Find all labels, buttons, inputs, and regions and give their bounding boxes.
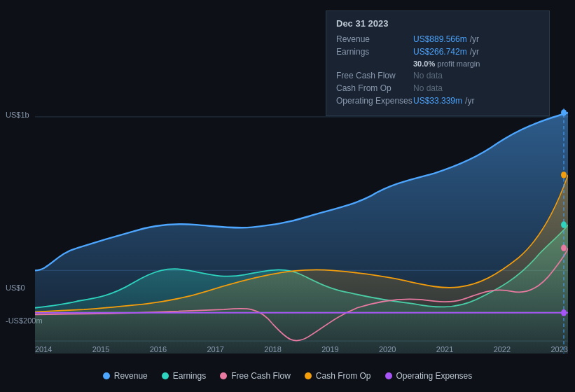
tooltip-value-revenue: US$889.566m	[413, 34, 467, 44]
chart-legend: Revenue Earnings Free Cash Flow Cash Fro…	[0, 371, 575, 381]
legend-dot-fcf	[220, 372, 227, 379]
tooltip-value-opex: US$33.339m	[413, 96, 462, 106]
legend-item-fcf[interactable]: Free Cash Flow	[220, 371, 291, 381]
x-label-2020: 2020	[379, 345, 396, 354]
tooltip-row-fcf: Free Cash Flow No data	[336, 71, 539, 80]
chart-svg	[35, 108, 568, 354]
y-axis-zero: US$0	[6, 284, 25, 292]
legend-item-revenue[interactable]: Revenue	[103, 371, 148, 381]
legend-label-earnings: Earnings	[173, 371, 206, 381]
tooltip-row-cashfromop: Cash From Op No data	[336, 83, 539, 93]
tooltip-row-opex: Operating Expenses US$33.339m /yr	[336, 96, 539, 106]
legend-item-earnings[interactable]: Earnings	[162, 371, 206, 381]
tooltip-value-fcf: No data	[413, 71, 443, 80]
x-label-2021: 2021	[436, 345, 453, 354]
earnings-point	[561, 221, 567, 227]
legend-item-cashfromop[interactable]: Cash From Op	[305, 371, 371, 381]
tooltip-row-earnings: Earnings US$266.742m /yr	[336, 47, 539, 57]
legend-label-cashfromop: Cash From Op	[316, 371, 371, 381]
legend-item-opex[interactable]: Operating Expenses	[385, 371, 473, 381]
tooltip-label-earnings: Earnings	[336, 47, 413, 57]
tooltip-label-fcf: Free Cash Flow	[336, 71, 413, 80]
x-label-2017: 2017	[207, 345, 223, 354]
x-label-2022: 2022	[494, 345, 511, 354]
x-label-2023: 2023	[550, 345, 567, 354]
legend-dot-cashfromop	[305, 372, 312, 379]
tooltip-unit-earnings: /yr	[470, 47, 479, 57]
x-label-2018: 2018	[264, 345, 281, 354]
tooltip-unit-revenue: /yr	[470, 34, 479, 44]
x-label-2014: 2014	[35, 345, 52, 354]
tooltip-profit-margin: 30.0% profit margin	[413, 59, 480, 68]
tooltip-row-revenue: Revenue US$889.566m /yr	[336, 34, 539, 44]
tooltip-label-opex: Operating Expenses	[336, 96, 413, 106]
legend-label-fcf: Free Cash Flow	[231, 371, 291, 381]
fcf-point	[561, 245, 567, 251]
y-axis-top: US$1b	[6, 111, 29, 119]
tooltip-label-cashfromop: Cash From Op	[336, 83, 413, 93]
chart-container: Dec 31 2023 Revenue US$889.566m /yr Earn…	[0, 0, 575, 392]
opex-point	[561, 309, 567, 316]
legend-label-revenue: Revenue	[114, 371, 148, 381]
revenue-point	[561, 109, 567, 115]
cash-point	[561, 172, 567, 178]
tooltip-row-profit-margin: 30.0% profit margin	[336, 59, 539, 68]
legend-dot-earnings	[162, 372, 169, 379]
legend-dot-opex	[385, 372, 392, 379]
x-label-2016: 2016	[150, 345, 167, 354]
legend-label-opex: Operating Expenses	[396, 371, 473, 381]
tooltip-unit-opex: /yr	[465, 96, 474, 106]
x-axis-labels: 2014 2015 2016 2017 2018 2019 2020 2021 …	[35, 345, 568, 354]
tooltip-label-revenue: Revenue	[336, 34, 413, 44]
tooltip-date: Dec 31 2023	[336, 18, 539, 29]
tooltip-box: Dec 31 2023 Revenue US$889.566m /yr Earn…	[326, 10, 550, 116]
tooltip-value-earnings: US$266.742m	[413, 47, 467, 57]
legend-dot-revenue	[103, 372, 110, 379]
tooltip-value-cashfromop: No data	[413, 83, 443, 93]
x-label-2015: 2015	[92, 345, 109, 354]
x-label-2019: 2019	[321, 345, 338, 354]
